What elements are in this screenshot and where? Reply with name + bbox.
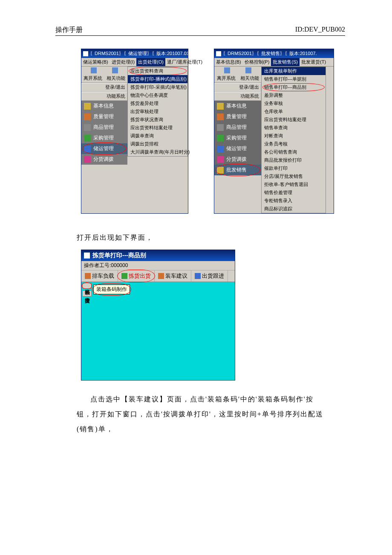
menu-item[interactable]: 基本信息(B) — [214, 58, 243, 66]
title-text-2: 〖DRMS2001〗〖批发销售〗〖版本:201007. — [223, 50, 317, 57]
related-func-button[interactable]: 相关功能 — [104, 74, 127, 82]
menu-item[interactable]: 商品批发报价打印 — [262, 156, 326, 164]
menu-item-active[interactable]: 出货处理(O) — [136, 58, 165, 66]
nav-quality[interactable]: 质量管理 — [214, 111, 261, 122]
nav-product[interactable]: 商品管理 — [214, 122, 261, 133]
menu-item[interactable]: 调拨单查询 — [128, 132, 187, 140]
dropdown-menu-2[interactable]: 出库复核单制作 销售单打印---单据别 销售单打印---商品别 差异调整 业务审… — [261, 67, 326, 213]
function-system-button[interactable]: 功能系统 — [214, 92, 261, 101]
nav-purchase[interactable]: 采购管理 — [214, 133, 261, 143]
menu-item[interactable]: 应出货资料结案处理 — [262, 116, 326, 124]
tooltip-box-barcode: 装箱条码制作 — [93, 285, 130, 294]
menu-item[interactable]: 价格控制(P) — [243, 58, 271, 66]
menu-item[interactable]: 业务审核 — [262, 99, 326, 108]
scissors-icon — [217, 113, 224, 120]
app-icon — [216, 51, 221, 56]
related-func-button[interactable]: 相关功能 — [238, 74, 261, 82]
menu-item[interactable]: 拒收单-客户销售退回 — [262, 180, 326, 189]
menu-item[interactable]: 拣货单打印-采摘式(单笔别) — [128, 83, 187, 91]
tab-pick-ship[interactable]: 拣货出货 — [118, 270, 155, 282]
menu-item[interactable]: 调拨出货排程 — [128, 140, 187, 148]
screenshot-row: 〖DRMS2001〗〖储运管理〗〖版本:201007.01〗〖 储运策略(B) … — [81, 49, 345, 214]
card-icon — [217, 103, 224, 110]
barcode-icon — [84, 124, 91, 131]
tab-ship-track[interactable]: 出货跟进 — [191, 270, 228, 282]
truck-icon — [84, 145, 91, 152]
nav-product[interactable]: 商品管理 — [81, 122, 127, 133]
truck-icon — [85, 273, 91, 279]
grid-icon — [245, 67, 251, 73]
menu-item[interactable]: 储运策略(B) — [81, 58, 110, 66]
login-button[interactable]: 登录/退出 — [214, 83, 261, 92]
menu-item[interactable]: 出货审核处理 — [128, 108, 187, 116]
menu-item[interactable]: 拣货单状况查询 — [128, 116, 187, 124]
menu-item[interactable]: 业务员考核 — [262, 140, 326, 148]
menu-item[interactable]: 销售单查询 — [262, 124, 326, 132]
menu-item[interactable]: 销售价差管理 — [262, 189, 326, 197]
vtab-box-barcode[interactable]: 装箱条码 — [82, 283, 92, 289]
menu-item[interactable]: 进货处理(I) — [110, 58, 136, 66]
menu-item[interactable]: 专柜销售录入 — [262, 197, 326, 205]
app-window-3: 拣货单打印---商品别 操作者工号:000000 排车负载 拣货出货 装车建议 … — [81, 250, 235, 381]
vtab-ship-handover[interactable]: 出货交接 — [82, 291, 92, 296]
scissors-icon — [84, 113, 91, 120]
nav-basic-info[interactable]: 基本信息 — [81, 101, 127, 111]
login-button[interactable]: 登录/退出 — [81, 83, 127, 92]
arrow-icon — [195, 273, 201, 279]
content-area: 装箱条码 出货交接 装箱条码制作 — [81, 282, 235, 380]
nav-storage[interactable]: 储运管理 — [81, 143, 127, 154]
menu-item[interactable]: 批发退货(T) — [300, 58, 328, 66]
menu-item[interactable]: 商品标识追踪 — [262, 205, 326, 213]
nav-dispatch[interactable]: 分货调拨 — [214, 154, 261, 165]
pencil-icon — [84, 135, 91, 142]
nav-dispatch[interactable]: 分货调拨 — [81, 154, 127, 165]
vertical-tabs[interactable]: 装箱条码 出货交接 装箱条码制作 — [81, 282, 92, 380]
nav-purchase[interactable]: 采购管理 — [81, 133, 127, 143]
boxes-icon — [84, 156, 91, 163]
operator-row: 操作者工号:000000 — [81, 261, 235, 270]
barcode-icon — [217, 124, 224, 131]
menu-item[interactable]: 差异调整 — [262, 91, 326, 99]
menu-item[interactable]: 催款单打印 — [262, 164, 326, 172]
dropdown-menu-1[interactable]: 应出货资料查询 拣货单打印-播种式(商品别) 拣货单打印-采摘式(单笔别) 物流… — [127, 67, 188, 157]
menu-item[interactable]: 拣货差异处理 — [128, 99, 187, 108]
leave-system-button[interactable]: 离开系统 — [214, 74, 238, 82]
header-left: 操作手册 — [55, 26, 83, 35]
refresh-icon — [121, 273, 127, 279]
menu-item[interactable]: 大川调拨单查询(年月日时分) — [128, 148, 187, 156]
menu-item[interactable]: 分店/展厅批发销售 — [262, 172, 326, 180]
menu-item-highlight[interactable]: 拣货单打印-播种式(商品别) — [128, 75, 187, 83]
sidebar-2: 离开系统 相关功能 登录/退出 功能系统 基本信息 质量管理 商品管理 采购管理… — [214, 67, 261, 175]
paragraph-2: 点击选中【装车建议】页面，点击'装箱条码'中的'装箱条码制作'按钮，打开如下窗口… — [77, 392, 324, 437]
app-icon — [83, 51, 88, 56]
tab-schedule[interactable]: 排车负载 — [81, 270, 118, 282]
tab-bar[interactable]: 排车负载 拣货出货 装车建议 出货跟进 — [81, 270, 235, 282]
menu-item[interactable]: 仓库收单 — [262, 108, 326, 116]
menu-item[interactable]: 各公司销售查询 — [262, 148, 326, 156]
tab-load-suggest[interactable]: 装车建议 — [155, 270, 191, 282]
leave-system-button[interactable]: 离开系统 — [81, 74, 104, 82]
menu-item[interactable]: 应出货资料结案处理 — [128, 124, 187, 132]
app-window-2: 〖DRMS2001〗〖批发销售〗〖版本:201007. 基本信息(B) 价格控制… — [214, 49, 334, 214]
sys-icon-row — [81, 67, 127, 74]
grid-icon — [158, 273, 164, 279]
nav-storage[interactable]: 储运管理 — [214, 143, 261, 154]
menu-item[interactable]: 销售单打印---单据别 — [262, 75, 326, 83]
nav-basic-info[interactable]: 基本信息 — [214, 101, 261, 111]
menu-item-active[interactable]: 批发销售(S) — [271, 58, 300, 66]
grid-icon — [112, 67, 118, 73]
menu-item[interactable]: 应出货资料查询 — [128, 67, 187, 75]
menu-item-highlight[interactable]: 出库复核单制作 — [262, 67, 326, 75]
menubar-1[interactable]: 储运策略(B) 进货处理(I) 出货处理(O) 退厂/退库处理(T) — [81, 58, 188, 67]
title-text-3: 拣货单打印---商品别 — [92, 252, 146, 259]
menu-item-marked[interactable]: 销售单打印---商品别 — [262, 83, 326, 91]
paragraph-1: 打开后出现如下界面， — [77, 231, 345, 244]
menu-item[interactable]: 物流中心任务调度 — [128, 91, 187, 99]
menu-item[interactable]: 退厂/退库处理(T) — [165, 58, 204, 66]
function-system-button[interactable]: 功能系统 — [81, 92, 127, 101]
coins-icon — [217, 167, 224, 174]
nav-wholesale[interactable]: 批发销售 — [214, 165, 261, 175]
menubar-2[interactable]: 基本信息(B) 价格控制(P) 批发销售(S) 批发退货(T) — [214, 58, 334, 67]
nav-quality[interactable]: 质量管理 — [81, 111, 127, 122]
menu-item[interactable]: 对帐查询 — [262, 132, 326, 140]
